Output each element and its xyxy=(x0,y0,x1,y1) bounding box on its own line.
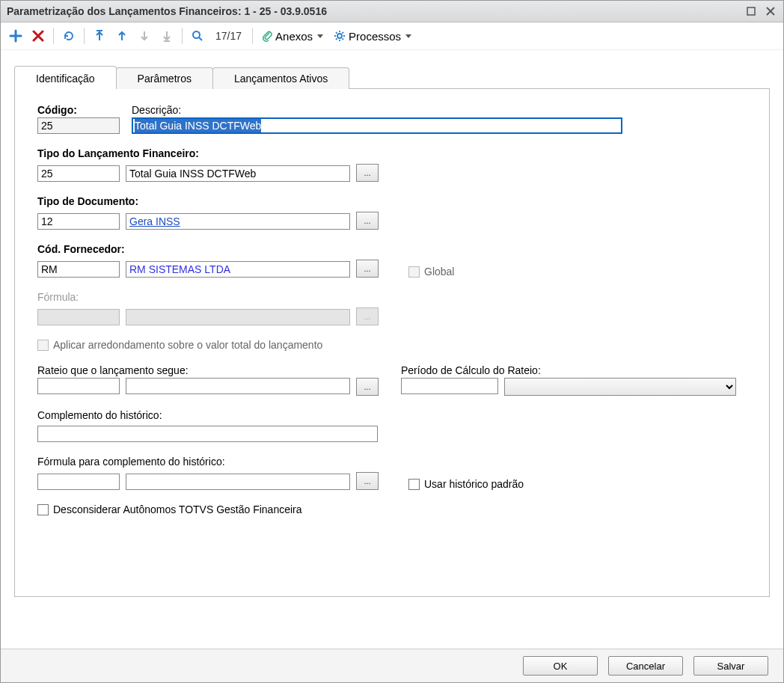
codigo-label: Código: xyxy=(37,104,120,116)
close-icon[interactable] xyxy=(764,4,777,18)
formula-comp-label: Fórmula para complemento do histórico: xyxy=(37,456,747,468)
titlebar: Parametrização dos Lançamentos Financeir… xyxy=(1,1,783,22)
ok-button[interactable]: OK xyxy=(523,656,598,676)
formula-picker: ... xyxy=(356,307,379,325)
periodo-select[interactable] xyxy=(504,378,736,396)
tipo-lanc-picker[interactable]: ... xyxy=(356,164,379,182)
usar-historico-checkbox[interactable]: Usar histórico padrão xyxy=(408,478,524,490)
chevron-down-icon xyxy=(405,34,411,38)
tipo-lanc-name: Total Guia INSS DCTFWeb xyxy=(126,165,350,182)
complemento-input[interactable] xyxy=(37,426,378,442)
desconsiderar-label: Desconsiderar Autônomos TOTVS Gestão Fin… xyxy=(53,503,302,515)
formula-name xyxy=(126,309,350,325)
refresh-button[interactable] xyxy=(58,25,79,46)
fornecedor-code-input[interactable] xyxy=(37,261,120,278)
checkbox-icon xyxy=(37,340,49,351)
anexos-label: Anexos xyxy=(275,30,313,43)
tab-identificacao[interactable]: Identificação xyxy=(14,66,117,89)
aplicar-arred-checkbox[interactable]: Aplicar arredondamento sobre o valor tot… xyxy=(37,339,322,351)
complemento-label: Complemento do histórico: xyxy=(37,409,747,421)
desconsiderar-checkbox[interactable]: Desconsiderar Autônomos TOTVS Gestão Fin… xyxy=(37,503,302,515)
aplicar-arred-label: Aplicar arredondamento sobre o valor tot… xyxy=(53,339,322,351)
next-button[interactable] xyxy=(134,25,155,46)
checkbox-icon xyxy=(408,266,420,278)
rateio-code-input[interactable] xyxy=(37,378,120,394)
tipo-doc-picker[interactable]: ... xyxy=(356,212,379,230)
formula-code-input xyxy=(37,309,120,325)
rateio-name xyxy=(126,378,350,394)
checkbox-icon xyxy=(408,479,420,490)
chevron-down-icon xyxy=(317,34,323,38)
formula-comp-name xyxy=(126,474,350,490)
periodo-label: Período de Cálculo do Rateio: xyxy=(401,364,736,376)
window-title: Parametrização dos Lançamentos Financeir… xyxy=(7,5,327,17)
delete-button[interactable] xyxy=(28,25,49,46)
global-label: Global xyxy=(424,266,454,278)
fornecedor-picker[interactable]: ... xyxy=(356,260,379,278)
tipo-lanc-code-input[interactable] xyxy=(37,165,120,182)
svg-point-2 xyxy=(337,34,342,38)
rateio-label: Rateio que o lançamento segue: xyxy=(37,364,379,376)
global-checkbox[interactable]: Global xyxy=(408,266,454,278)
search-button[interactable] xyxy=(187,25,208,46)
paperclip-icon xyxy=(262,30,272,42)
tab-content: Código: Descrição: Total Guia INSS DCTFW… xyxy=(14,88,770,597)
checkbox-icon xyxy=(37,504,49,515)
descricao-input[interactable]: Total Guia INSS DCTFWeb xyxy=(132,117,622,134)
usar-historico-label: Usar histórico padrão xyxy=(424,478,524,490)
prev-button[interactable] xyxy=(111,25,132,46)
save-button[interactable]: Salvar xyxy=(693,656,768,676)
tipo-doc-code-input[interactable] xyxy=(37,213,120,230)
tab-lancamentos-ativos[interactable]: Lançamentos Ativos xyxy=(212,67,349,89)
gear-icon xyxy=(334,30,346,42)
first-button[interactable] xyxy=(89,25,110,46)
footer: OK Cancelar Salvar xyxy=(1,649,783,682)
codigo-input[interactable] xyxy=(37,117,120,134)
formula-comp-code-input[interactable] xyxy=(37,474,120,490)
tabstrip: Identificação Parâmetros Lançamentos Ati… xyxy=(1,50,783,88)
svg-point-1 xyxy=(193,31,200,38)
periodo-code-input[interactable] xyxy=(401,378,498,394)
last-button[interactable] xyxy=(156,25,177,46)
tipo-doc-label: Tipo de Documento: xyxy=(37,195,747,207)
tipo-doc-name[interactable]: Gera INSS xyxy=(126,213,350,230)
formula-label: Fórmula: xyxy=(37,291,747,303)
formula-comp-picker[interactable]: ... xyxy=(356,472,379,490)
descricao-value: Total Guia INSS DCTFWeb xyxy=(135,119,261,132)
tab-parametros[interactable]: Parâmetros xyxy=(116,67,213,89)
processos-dropdown[interactable]: Processos xyxy=(329,25,416,46)
record-indicator: 17/17 xyxy=(209,30,248,42)
add-button[interactable] xyxy=(5,25,26,46)
anexos-dropdown[interactable]: Anexos xyxy=(257,25,328,46)
cancel-button[interactable]: Cancelar xyxy=(608,656,683,676)
descricao-label: Descrição: xyxy=(132,104,622,116)
fornecedor-label: Cód. Fornecedor: xyxy=(37,243,747,255)
rateio-picker[interactable]: ... xyxy=(356,378,379,396)
tipo-lanc-label: Tipo do Lançamento Financeiro: xyxy=(37,147,747,159)
svg-rect-0 xyxy=(747,7,755,15)
maximize-icon[interactable] xyxy=(744,4,758,18)
processos-label: Processos xyxy=(349,30,401,43)
fornecedor-name: RM SISTEMAS LTDA xyxy=(126,261,350,278)
toolbar: 17/17 Anexos Processos xyxy=(1,22,783,50)
